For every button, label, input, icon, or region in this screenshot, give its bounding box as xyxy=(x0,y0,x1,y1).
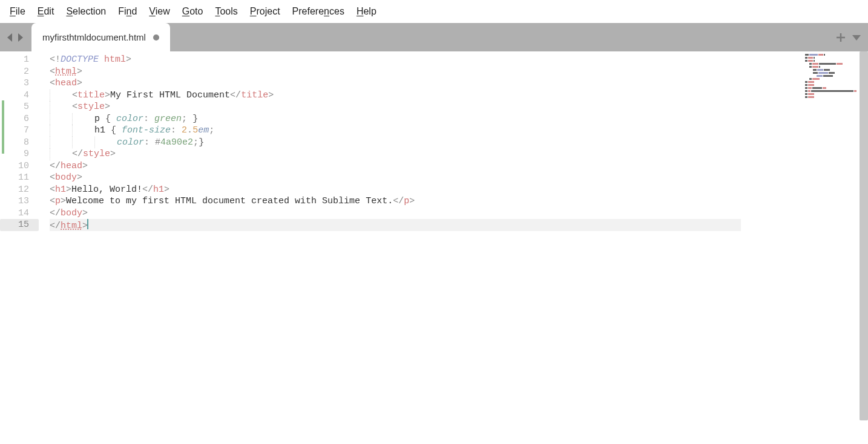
menu-tools[interactable]: Tools xyxy=(209,4,243,19)
tab-active[interactable]: myfirsthtmldocument.html xyxy=(31,23,170,51)
tab-strip: myfirsthtmldocument.html xyxy=(0,23,868,51)
vertical-scrollbar[interactable] xyxy=(860,51,868,420)
menu-find[interactable]: Find xyxy=(112,4,143,19)
menu-selection[interactable]: Selection xyxy=(60,4,112,19)
code-line: <h1>Hello, World!</h1> xyxy=(50,184,741,196)
line-number: 11 xyxy=(0,172,39,184)
new-tab-icon[interactable] xyxy=(835,32,846,43)
line-number: 15 xyxy=(0,219,39,231)
svg-marker-2 xyxy=(852,35,861,41)
tab-dirty-indicator-icon xyxy=(153,34,159,41)
nav-forward-icon[interactable] xyxy=(16,31,25,44)
svg-marker-1 xyxy=(18,33,23,42)
menu-edit[interactable]: Edit xyxy=(31,4,61,19)
tab-history-nav xyxy=(5,31,25,44)
line-number: 6 xyxy=(0,113,39,125)
text-cursor xyxy=(87,219,88,229)
nav-back-icon[interactable] xyxy=(5,31,15,44)
code-line: <!DOCTYPE html> xyxy=(50,54,741,66)
code-line: <body> xyxy=(50,172,741,184)
scrollbar-thumb[interactable] xyxy=(860,51,868,420)
menu-goto[interactable]: Goto xyxy=(176,4,209,19)
svg-marker-0 xyxy=(7,33,12,42)
code-line: </body> xyxy=(50,207,741,220)
code-editor[interactable]: <!DOCTYPE html><html><head> <title>My Fi… xyxy=(50,54,741,231)
line-number: 8 xyxy=(0,137,39,149)
code-line: <head> xyxy=(50,77,741,90)
menu-bar: File Edit Selection Find View Goto Tools… xyxy=(0,0,868,23)
line-number-gutter[interactable]: 123456789101112131415 xyxy=(0,51,39,231)
menu-preferences[interactable]: Preferences xyxy=(286,4,350,19)
minimap[interactable] xyxy=(805,54,860,444)
line-number: 5 xyxy=(0,101,39,113)
line-number: 10 xyxy=(0,160,39,172)
line-number: 1 xyxy=(0,54,39,66)
menu-view[interactable]: View xyxy=(143,4,176,19)
tab-menu-icon[interactable] xyxy=(851,32,862,43)
code-line: <title>My First HTML Document</title> xyxy=(50,90,741,102)
code-line: </style> xyxy=(50,148,741,160)
code-line: </html> xyxy=(50,219,741,231)
line-number: 2 xyxy=(0,66,39,78)
code-line: h1 { font-size: 2.5em; xyxy=(50,125,741,137)
line-number: 13 xyxy=(0,195,39,207)
code-line: color: #4a90e2;} xyxy=(50,137,741,149)
code-line: <html> xyxy=(50,66,741,78)
line-number: 9 xyxy=(0,148,39,160)
line-number: 3 xyxy=(0,77,39,90)
line-number: 12 xyxy=(0,184,39,196)
code-line: <style> xyxy=(50,101,741,113)
editor-area: 123456789101112131415 <!DOCTYPE html><ht… xyxy=(0,51,868,444)
line-number: 14 xyxy=(0,207,39,220)
line-number: 4 xyxy=(0,90,39,102)
line-number: 7 xyxy=(0,125,39,137)
code-line: </head> xyxy=(50,160,741,172)
menu-project[interactable]: Project xyxy=(244,4,286,19)
code-line: p { color: green; } xyxy=(50,113,741,125)
tab-title: myfirsthtmldocument.html xyxy=(42,32,146,42)
menu-help[interactable]: Help xyxy=(350,4,383,19)
menu-file[interactable]: File xyxy=(4,4,31,19)
code-line: <p>Welcome to my first HTML document cre… xyxy=(50,195,741,207)
